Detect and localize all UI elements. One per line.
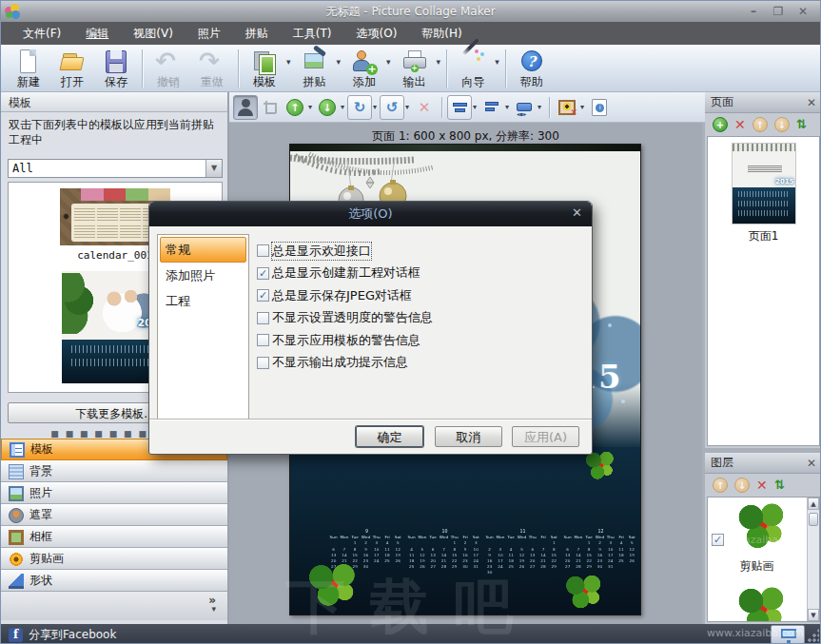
accordion-item-masks[interactable]: 遮罩 [1,504,227,526]
menu-options[interactable]: 选项(O) [344,23,410,45]
menu-photo[interactable]: 照片 [186,23,233,45]
save-button[interactable]: 保存 [94,47,138,90]
title-bar: 无标题 - Picture Collage Maker – ❐ ✕ [1,1,820,22]
accordion-item-backgrounds[interactable]: 背景 [1,460,227,482]
template-dropdown-caret[interactable]: ▾ [286,57,291,67]
redo-button: ↷ 重做 [190,47,234,90]
delete-layer-icon[interactable]: ✕ [756,478,768,493]
checkbox[interactable]: ✓ [257,289,269,302]
align-left-caret[interactable]: ▾ [505,103,509,111]
wizard-button[interactable]: 向导 [451,47,495,90]
move-up-button[interactable]: ↑ [283,95,307,120]
dialog-close-icon[interactable]: ✕ [572,205,582,220]
output-button[interactable]: + 输出 [393,47,437,90]
down-arrow-icon: ↓ [319,99,336,116]
resize-grip[interactable] [807,628,819,643]
rotate-cw-caret[interactable]: ▾ [373,103,377,111]
scroll-down-icon[interactable]: ▼ [808,609,819,621]
collage-dropdown-caret[interactable]: ▾ [337,57,342,67]
dialog-title-bar[interactable]: 选项(O) ✕ [149,202,592,226]
output-dropdown-caret[interactable]: ▾ [437,57,441,67]
wizard-dropdown-caret[interactable]: ▾ [495,57,499,67]
rotate-ccw-caret[interactable]: ▾ [405,103,409,111]
menu-tools[interactable]: 工具(T) [281,23,344,45]
align-left-icon [485,102,499,113]
scroll-up-icon[interactable]: ▲ [808,498,819,510]
rotate-ccw-button[interactable]: ↺ [380,95,404,120]
close-button[interactable]: ✕ [795,5,811,18]
select-photo-button[interactable] [233,95,258,120]
pages-panel-close-icon[interactable]: ✕ [807,96,816,109]
menu-edit[interactable]: 编辑 [73,23,121,45]
open-button[interactable]: 打开 [50,47,94,90]
templates-panel-header: 模板 [1,92,227,112]
move-down-button[interactable]: ↓ [315,95,340,120]
nav-item-general[interactable]: 常规 [160,237,246,263]
template-filter-combobox[interactable]: All ▼ [8,159,223,178]
help-button[interactable]: ? 帮助 [510,47,554,90]
cancel-button[interactable]: 取消 [435,426,502,447]
accordion-item-shapes[interactable]: 形状 [1,570,227,592]
page-up-icon: ↑ [753,117,768,132]
rotate-cw-button[interactable]: ↻ [347,95,372,120]
add-dropdown-caret[interactable]: ▾ [386,57,391,67]
menu-help[interactable]: 帮助(H) [409,23,474,45]
checkbox[interactable] [257,312,269,324]
menu-view[interactable]: 视图(V) [121,23,186,45]
checkbox-row: ✓ 总是显示保存JPEG对话框 [257,284,433,307]
layer-down-icon[interactable]: ↓ [734,478,750,493]
pages-panel: 页面 ✕ + ✕ ↑ ↓ ⇅ 2015 页面1 [705,92,821,448]
maximize-button[interactable]: ❐ [771,5,786,18]
add-button[interactable]: + 添加 [342,47,386,90]
properties-button[interactable]: i [587,95,612,120]
resize-caret[interactable]: ▾ [538,103,541,111]
layer-visibility-checkbox[interactable]: ✓ [712,534,724,546]
refresh-pages-icon[interactable]: ⇅ [796,117,807,132]
delete-page-icon[interactable]: ✕ [734,117,746,132]
nav-item-add-photos[interactable]: 添加照片 [160,263,246,288]
new-button[interactable]: 新建 [7,47,50,90]
refresh-layers-icon[interactable]: ⇅ [774,478,785,493]
ok-button[interactable]: 确定 [356,426,423,447]
resize-icon [517,103,532,111]
resize-button[interactable] [512,95,537,120]
more-down-icon[interactable]: ▾ [211,604,216,614]
move-down-caret[interactable]: ▾ [341,103,344,111]
preview-monitor-button[interactable] [771,625,805,644]
share-to-facebook-link[interactable]: 分享到Facebook [29,627,116,643]
remove-frame-button[interactable]: ✕ [555,95,579,120]
layer-item-clipart[interactable]: ✓ 剪贴画 [708,498,819,581]
dialog-nav-list: 常规 添加照片 工程 [157,234,249,420]
align-center-button[interactable] [447,95,472,120]
crop-icon [264,101,277,114]
combobox-dropdown-icon[interactable]: ▼ [205,160,222,177]
accordion-item-photos[interactable]: 照片 [1,482,227,504]
background-icon [9,464,24,479]
checkbox[interactable] [257,244,269,257]
collage-button[interactable]: 拼贴 [293,47,337,90]
remove-frame-caret[interactable]: ▾ [580,103,584,111]
menu-file[interactable]: 文件(F) [10,23,73,45]
layers-panel-close-icon[interactable]: ✕ [807,457,816,470]
page-list-item[interactable]: 2015 页面1 [708,143,819,244]
template-button[interactable]: 模板 [243,47,286,90]
align-center-caret[interactable]: ▾ [473,103,477,111]
accordion-item-frames[interactable]: 相框 [1,526,227,548]
layers-scrollbar[interactable]: ▲ ▼ [807,498,819,621]
align-left-button[interactable] [479,95,504,120]
minimize-button[interactable]: – [746,5,761,18]
nav-item-project[interactable]: 工程 [160,288,246,314]
menu-collage[interactable]: 拼贴 [233,23,281,45]
checkbox[interactable]: ✓ [257,267,269,280]
scrollbar-thumb[interactable] [809,513,818,526]
checkbox-row: ✓ 总是显示创建新工程对话框 [257,263,433,285]
toolbar-separator [238,49,239,88]
layer-item-clipart-2[interactable]: ✓ [708,581,819,622]
checkbox[interactable] [257,334,269,346]
layer-up-icon[interactable]: ↑ [713,478,728,493]
add-page-icon[interactable]: + [713,117,728,132]
templates-instruction: 双击下面列表中的模板以应用到当前拼贴工程中 [1,112,227,151]
move-up-caret[interactable]: ▾ [308,103,312,111]
checkbox[interactable] [257,357,269,369]
accordion-item-clipart[interactable]: 剪贴画 [1,548,227,570]
